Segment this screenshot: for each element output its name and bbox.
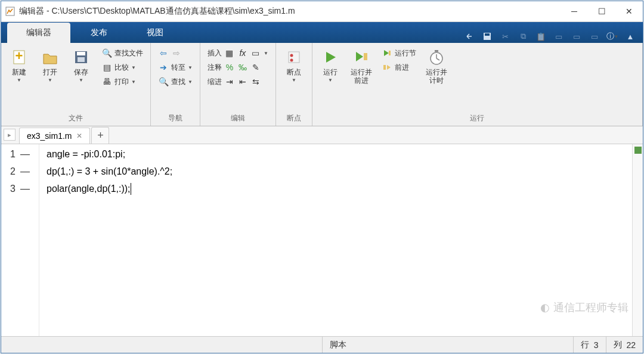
qat-icon-1[interactable]: ▭ xyxy=(552,30,565,43)
new-tab-button[interactable]: + xyxy=(91,127,109,144)
gutter: 1— 2— 3— xyxy=(1,144,39,336)
titlebar: 编辑器 - C:\Users\CT\Desktop\MATLAB通信仿真基础课程… xyxy=(1,1,643,22)
ribbon-group-edit: 插入 ▦ fx ▭ ▼ 注释 % ‰ ✎ 缩进 ⇥ ⇤ ⇆ 编辑 xyxy=(200,43,276,126)
open-button[interactable]: 打开▼ xyxy=(36,45,64,85)
ribbon-tabstrip: 编辑器 发布 视图 ✂ ⧉ 📋 ▭ ▭ ▭ ⓘ ▼ ▲ xyxy=(1,22,643,43)
ribbon-group-nav: ⇦⇨ ➔转至 ▼ 🔍查找 ▼ 导航 xyxy=(151,43,200,126)
save-button[interactable]: 保存▼ xyxy=(67,45,95,85)
svg-rect-2 xyxy=(485,33,490,36)
tab-view[interactable]: 视图 xyxy=(128,23,182,43)
text-cursor xyxy=(131,183,131,195)
svg-rect-12 xyxy=(389,51,391,55)
status-col: 列 22 xyxy=(606,337,643,353)
advance-button[interactable]: 前进 xyxy=(379,61,419,74)
code-line: angle = -pi:0.01:pi; xyxy=(47,145,632,163)
comment-row[interactable]: 注释 % ‰ ✎ xyxy=(205,61,271,74)
run-button[interactable]: 运行▼ xyxy=(316,45,345,85)
file-tab-label: ex3_sim1.m xyxy=(27,131,72,141)
find-button[interactable]: 🔍查找 ▼ xyxy=(156,75,195,88)
svg-rect-8 xyxy=(289,52,299,63)
cut-icon[interactable]: ✂ xyxy=(499,30,512,43)
run-advance-button[interactable]: 运行并 前进 xyxy=(347,45,376,87)
indent-row[interactable]: 缩进 ⇥ ⇤ ⇆ xyxy=(205,75,271,88)
svg-point-9 xyxy=(290,54,293,57)
svg-rect-15 xyxy=(435,50,438,52)
maximize-button[interactable]: ☐ xyxy=(588,2,615,21)
paste-icon[interactable]: 📋 xyxy=(534,30,547,43)
qat-icon-2[interactable]: ▭ xyxy=(570,30,583,43)
file-tab[interactable]: ex3_sim1.m ✕ xyxy=(19,128,90,144)
help-icon[interactable]: ⓘ ▼ xyxy=(606,30,619,43)
goto-button[interactable]: ➔转至 ▼ xyxy=(156,61,195,74)
print-button[interactable]: 🖶打印 ▼ xyxy=(99,75,145,88)
ribbon-group-breakpoints: 断点▼ 断点 xyxy=(276,43,312,126)
findfiles-button[interactable]: 🔍查找文件 xyxy=(99,46,145,60)
nav-back-forward[interactable]: ⇦⇨ xyxy=(156,46,195,60)
message-bar xyxy=(632,144,643,336)
code-line: dp(1,:) = 3 + sin(10*angle).^2; xyxy=(47,163,632,180)
save-qat-icon[interactable] xyxy=(481,30,494,43)
run-section-button[interactable]: 运行节 xyxy=(379,46,419,60)
compare-button[interactable]: ▤比较 ▼ xyxy=(99,61,145,74)
svg-rect-6 xyxy=(77,52,85,55)
svg-rect-7 xyxy=(78,57,85,62)
run-time-button[interactable]: 运行并 计时 xyxy=(422,45,451,87)
ribbon-group-file: + 新建▼ 打开▼ 保存▼ 🔍查找文件 ▤比较 ▼ 🖶打印 ▼ 文件 xyxy=(1,43,151,126)
code-line: polar(angle,dp(1,:)); xyxy=(47,180,632,197)
qat-icon-3[interactable]: ▭ xyxy=(588,30,601,43)
ribbon-group-run: 运行▼ 运行并 前进 运行节 前进 运行并 计时 运行 xyxy=(312,43,643,126)
close-tab-icon[interactable]: ✕ xyxy=(76,132,82,140)
breakpoint-button[interactable]: 断点▼ xyxy=(280,45,308,85)
window-title: 编辑器 - C:\Users\CT\Desktop\MATLAB通信仿真基础课程… xyxy=(19,6,561,17)
status-ok-icon xyxy=(634,147,642,154)
ribbon: + 新建▼ 打开▼ 保存▼ 🔍查找文件 ▤比较 ▼ 🖶打印 ▼ 文件 xyxy=(1,43,643,126)
minimize-ribbon-icon[interactable]: ▲ xyxy=(624,30,637,43)
code-area[interactable]: angle = -pi:0.01:pi; dp(1,:) = 3 + sin(1… xyxy=(39,144,632,336)
status-filetype: 脚本 xyxy=(322,337,573,353)
status-line: 行 3 xyxy=(573,337,606,353)
insert-row[interactable]: 插入 ▦ fx ▭ ▼ xyxy=(205,46,271,60)
app-icon xyxy=(5,6,16,17)
file-tabstrip: ▸ ex3_sim1.m ✕ + xyxy=(1,126,643,144)
statusbar: 脚本 行 3 列 22 xyxy=(1,336,643,353)
sidebar-toggle-icon[interactable]: ▸ xyxy=(4,129,16,141)
tab-publish[interactable]: 发布 xyxy=(72,23,126,43)
editor[interactable]: 1— 2— 3— angle = -pi:0.01:pi; dp(1,:) = … xyxy=(1,144,643,336)
minimize-button[interactable]: ─ xyxy=(561,2,588,21)
svg-rect-13 xyxy=(383,65,386,70)
svg-point-10 xyxy=(290,59,293,62)
svg-text:+: + xyxy=(16,48,23,63)
new-button[interactable]: + 新建▼ xyxy=(5,45,33,85)
undo-icon[interactable] xyxy=(463,30,476,43)
svg-rect-11 xyxy=(364,53,367,60)
copy-icon[interactable]: ⧉ xyxy=(516,30,530,43)
tab-editor[interactable]: 编辑器 xyxy=(7,23,70,43)
close-button[interactable]: ✕ xyxy=(615,2,643,21)
